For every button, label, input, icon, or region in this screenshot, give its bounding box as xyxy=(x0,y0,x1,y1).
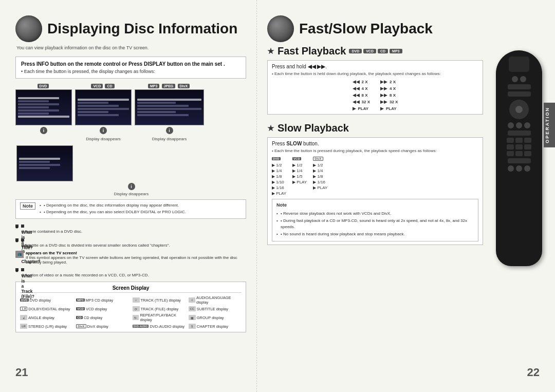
slow-vcd-2: ▶ 1/4 xyxy=(292,169,307,173)
fast-cd-badge: CD xyxy=(378,49,388,53)
jpeg-badge: JPEG xyxy=(162,84,176,88)
disc-icon-right xyxy=(267,15,294,42)
page-number-left: 21 xyxy=(15,366,28,379)
right-title-area: Fast/Slow Playback xyxy=(267,15,545,42)
remote-btn-6 xyxy=(508,165,514,172)
slow-vcd-col: VCD ▶ 1/2 ▶ 1/4 ▶ 1/5 ▶ PLAY xyxy=(292,156,307,196)
slow-dvd-3: ▶ 1/8 xyxy=(272,174,286,179)
remote-numpad xyxy=(507,138,531,156)
vcd-caption: Display disappears xyxy=(86,137,121,141)
chapter-icon: § xyxy=(189,324,196,329)
remote-rect-1 xyxy=(508,84,531,89)
press-hold-title: Press and hold ◀◀ ▶▶. xyxy=(272,64,478,69)
note-line-1: • Depending on the disc, the disc inform… xyxy=(44,202,186,208)
fast-vcd-badge: VCD xyxy=(363,49,376,53)
display-dvd-badge: DVD xyxy=(20,298,29,302)
slow-vcd-1: ▶ 1/2 xyxy=(292,163,307,167)
display-dvd-audio-badge: DVD AUDIO xyxy=(133,325,149,328)
fast-playback-title: Fast Playback xyxy=(278,45,346,57)
track-icon: ♪ xyxy=(133,297,140,303)
press-slow-title: Press SLOW button. xyxy=(272,141,478,146)
remote-btn-3 xyxy=(508,122,514,128)
remote-dpad xyxy=(509,100,529,119)
slow-speed-table: DVD ▶ 1/2 ▶ 1/4 ▶ 1/8 ▶ 1/10 ▶ 1/16 ▶ PL… xyxy=(272,156,478,196)
disc-icon-left xyxy=(15,15,42,42)
remote-num-3 xyxy=(524,138,531,143)
fast-speed-right: ▶▶2 X ▶▶4 X ▶▶8 X ▶▶32 X ▶PLAY xyxy=(380,79,398,111)
display-dolby-badge: 1.8 xyxy=(20,307,27,311)
remote-dpad-center xyxy=(515,106,523,113)
slow-playback-title: Slow Playback xyxy=(278,122,349,134)
tv-icon-note: 📺 appears on the TV screen! If this symb… xyxy=(15,251,246,265)
display-grid: DVD DVD display MP3 MP3 CD display ♪ TRA… xyxy=(20,295,242,329)
screens-grid: DVD i VCD xyxy=(15,84,246,141)
slow-vcd-4: ▶ PLAY xyxy=(292,180,307,184)
dvd-screen-col: DVD i xyxy=(15,84,72,141)
note-label: Note xyxy=(20,202,35,210)
display-track-file: ⟳ TRACK (FILE) display xyxy=(133,306,186,311)
vcd-info-icon: i xyxy=(100,127,107,134)
display-vcd: VCD VCD display xyxy=(76,306,129,311)
slow-divx-col: DivX ▶ 1/2 ▶ 1/4 ▶ 1/8 ▶ 1/16 ▶ PLAY xyxy=(313,156,327,196)
vcd-label: VCD CD xyxy=(91,84,115,88)
audio-icon: ♫ xyxy=(189,297,195,303)
dvd-lower-info-icon: i xyxy=(128,183,135,190)
fast-speed-r1: ▶▶2 X xyxy=(380,79,398,84)
fast-mp3-badge: MP3 xyxy=(390,49,402,53)
remote-bot-buttons xyxy=(508,165,530,172)
operation-sidebar: OPERATION xyxy=(544,103,555,147)
display-angle: ∠ ANGLE display xyxy=(20,313,73,322)
fast-speed-l1: ◀◀2 X xyxy=(353,79,370,84)
slow-dvd-col: DVD ▶ 1/2 ▶ 1/4 ▶ 1/8 ▶ 1/10 ▶ 1/16 ▶ PL… xyxy=(272,156,286,196)
press-hold-sub: • Each time the button is held down duri… xyxy=(272,71,478,76)
slow-note-1: • Reverse slow playback does not work wi… xyxy=(281,211,474,217)
fast-speed-l5: ▶PLAY xyxy=(353,106,370,111)
dvd-label: DVD xyxy=(38,84,50,88)
remote-num-9 xyxy=(524,151,531,156)
what-is-track-text: A section of video or a music file recor… xyxy=(22,273,246,277)
remote-btn-7 xyxy=(516,165,522,172)
what-is-chapter-text: Each title on a DVD disc is divided into… xyxy=(22,243,246,248)
display-mp3: MP3 MP3 CD display xyxy=(76,295,129,305)
remote-num-1 xyxy=(507,138,514,143)
mp3-screen-col: MP3 JPEG DivX i Display disappears xyxy=(135,84,204,141)
display-divx-badge: DivX xyxy=(76,324,86,328)
remote-mid-buttons xyxy=(508,122,530,128)
angle-icon: ∠ xyxy=(20,315,27,320)
fast-dvd-badge: DVD xyxy=(349,49,362,53)
display-cd: CD CD display xyxy=(76,313,129,322)
remote-num-5 xyxy=(515,144,523,150)
left-title-area: Displaying Disc Information xyxy=(15,15,246,42)
slow-playback-section: Slow Playback Press SLOW button. • Each … xyxy=(267,122,483,245)
page-number-right: 22 xyxy=(527,366,540,379)
left-subtitle: You can view playback information on the… xyxy=(16,45,246,50)
display-subtitle: CC SUBTITLE display xyxy=(189,306,242,311)
dvd-lower-caption: Display disappears xyxy=(16,192,246,196)
lr-icon: LR xyxy=(20,324,27,329)
right-page: Fast/Slow Playback Fast Playback DVD VCD… xyxy=(257,0,555,392)
what-is-track: ■ • What is a Track (File)? A section of… xyxy=(15,267,246,277)
remote-top-buttons xyxy=(512,76,526,82)
screen-display-title: Screen Display xyxy=(20,285,242,293)
mp3-label: MP3 JPEG DivX xyxy=(148,84,191,88)
remote-body xyxy=(496,50,542,266)
left-page: Displaying Disc Information You can view… xyxy=(0,0,257,392)
fast-speed-r4: ▶▶32 X xyxy=(380,99,398,104)
fast-playback-header: Fast Playback DVD VCD CD MP3 xyxy=(267,45,483,57)
remote-rect-2 xyxy=(508,91,531,97)
dvd-screen xyxy=(15,89,72,125)
fast-star-icon xyxy=(267,48,274,55)
fast-speed-r2: ▶▶4 X xyxy=(380,86,398,91)
dvd-lower-screen xyxy=(16,145,73,181)
remote-num-7 xyxy=(507,151,514,156)
what-is-chapter: ■ • What is a Chapter? Each title on a D… xyxy=(15,237,246,248)
remote-num-6 xyxy=(524,144,531,150)
display-dolby: 1.8 DOLBY/DIGITAL display xyxy=(20,306,73,311)
display-cd-badge: CD xyxy=(76,316,83,319)
slow-playback-box: Press SLOW button. • Each time the butto… xyxy=(267,137,483,245)
vcd-screen-col: VCD CD i Display disappears xyxy=(75,84,132,141)
remote-top xyxy=(509,57,529,72)
press-hold-box: Press and hold ◀◀ ▶▶. • Each time the bu… xyxy=(267,60,483,115)
remote-rect-4 xyxy=(508,158,531,163)
slow-note-2: • During fast playback of a CD or MP3-CD… xyxy=(281,218,474,230)
